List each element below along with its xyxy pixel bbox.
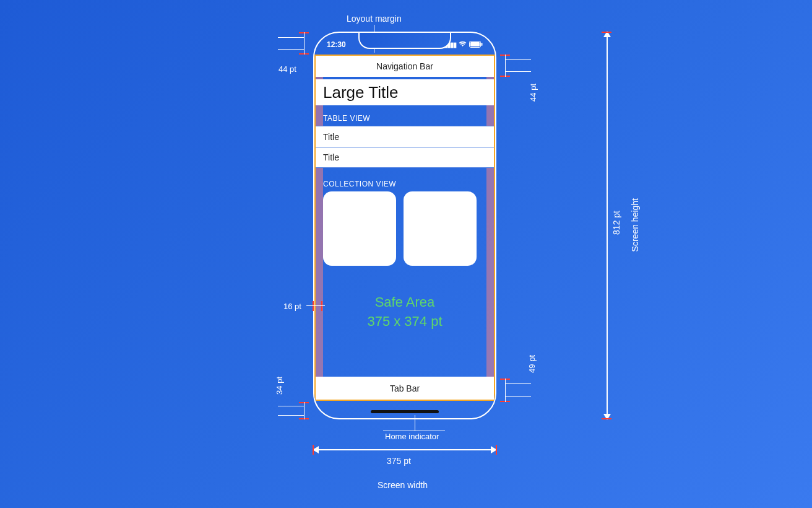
screen-height-label: Screen height: [630, 198, 640, 252]
width-arrow: [313, 449, 496, 450]
svg-rect-2: [482, 43, 483, 46]
dim-bracket-34: [278, 402, 309, 419]
tick: [602, 418, 611, 419]
home-indicator-label: Home indicator: [385, 432, 439, 441]
height-arrow: [607, 32, 608, 419]
diagram-stage: Loyout margin 12:30 ▮▮▮▮ Navigation Bar …: [0, 0, 812, 508]
collection-view-header: COLLECTION VIEW: [323, 180, 396, 188]
dim-44-left: 44 pt: [279, 64, 296, 74]
height-value: 812 pt: [611, 211, 621, 235]
svg-rect-1: [470, 42, 480, 46]
battery-icon: [469, 41, 483, 49]
leader-line: [415, 415, 415, 431]
tick: [496, 445, 497, 455]
tick: [313, 301, 314, 311]
dim-16: 16 pt: [283, 302, 301, 311]
layout-margin-right: [486, 56, 494, 400]
collection-card: [323, 191, 396, 266]
phone-frame: 12:30 ▮▮▮▮ Navigation Bar Large Title TA…: [313, 32, 496, 419]
tick: [602, 32, 611, 33]
notch: [358, 32, 451, 49]
tick: [313, 445, 314, 455]
dim-bracket-49: [500, 379, 531, 402]
collection-card: [404, 191, 477, 266]
dim-34: 34 pt: [275, 377, 284, 395]
safe-area-label: Safe Area 375 x 374 pt: [314, 293, 495, 331]
table-row: Title: [316, 147, 494, 168]
table-row: Title: [316, 126, 494, 147]
dim-bracket-44-right: [500, 55, 531, 77]
tick: [321, 301, 322, 311]
safe-area-text: Safe Area: [314, 293, 495, 312]
leader-line: [383, 431, 445, 431]
collection-view: [323, 191, 477, 266]
layout-margin-left: [316, 56, 323, 400]
wifi-icon: [459, 41, 467, 48]
screen-width-label: Screen width: [378, 480, 428, 490]
dim-line: [306, 305, 325, 306]
dim-49: 49 pt: [527, 355, 537, 373]
home-indicator: [371, 410, 439, 413]
navigation-bar: Navigation Bar: [316, 56, 494, 77]
large-title: Large Title: [316, 79, 494, 105]
layout-margin-label: Loyout margin: [347, 14, 402, 24]
status-time: 12:30: [327, 40, 346, 49]
width-value: 375 pt: [387, 456, 411, 466]
dim-bracket-44-left: [278, 32, 309, 55]
tab-bar: Tab Bar: [316, 377, 494, 400]
table-view-header: TABLE VIEW: [323, 114, 370, 123]
safe-area-dims: 375 x 374 pt: [314, 312, 495, 331]
dim-44-right: 44 pt: [529, 84, 538, 102]
